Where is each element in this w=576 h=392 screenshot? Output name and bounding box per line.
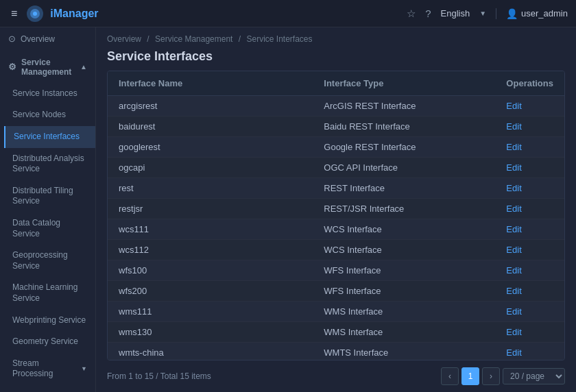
help-icon[interactable]: ? (425, 8, 431, 19)
table-container: Interface Name Interface Type Operations… (107, 71, 565, 360)
stream-processing-chevron-icon: ▼ (81, 365, 87, 373)
cell-interface-type: WCS Interface (313, 219, 495, 240)
table-row: wms111 WMS Interface Edit (108, 302, 564, 322)
breadcrumb-service-management[interactable]: Service Management (155, 34, 232, 44)
edit-link[interactable]: Edit (506, 306, 521, 317)
sidebar-item-service-instances[interactable]: Service Instances (4, 83, 95, 105)
main-layout: ⊙ Overview ⚙ Service Management ▲ Servic… (0, 27, 576, 392)
breadcrumb-current: Service Interfaces (246, 34, 312, 44)
edit-link[interactable]: Edit (506, 142, 521, 152)
sidebar-item-data-catalog[interactable]: Data Catalog Service (4, 212, 95, 245)
cell-interface-name: googlerest (108, 137, 313, 158)
service-management-icon: ⚙ (8, 62, 16, 72)
table-row: wcs111 WCS Interface Edit (108, 219, 564, 240)
edit-link[interactable]: Edit (506, 183, 521, 193)
sidebar-item-service-interfaces-label: Service Interfaces (14, 132, 80, 143)
user-avatar-icon: 👤 (506, 8, 518, 19)
cell-interface-type: WMS Interface (313, 302, 495, 322)
sidebar-item-service-nodes[interactable]: Service Nodes (4, 104, 95, 126)
divider (496, 8, 496, 19)
cell-interface-type: ArcGIS REST Interface (313, 96, 495, 117)
sidebar-item-distributed-analysis[interactable]: Distributed Analysis Service (4, 148, 95, 180)
table-row: wfs200 WFS Interface Edit (108, 281, 564, 302)
overview-icon: ⊙ (8, 34, 16, 45)
sidebar-item-service-nodes-label: Service Nodes (12, 110, 66, 121)
sidebar-item-distributed-analysis-label: Distributed Analysis Service (12, 154, 87, 175)
content-area: Overview / Service Management / Service … (96, 27, 576, 392)
sidebar-item-machine-learning-label: Machine Learning Service (12, 282, 87, 304)
interfaces-table: Interface Name Interface Type Operations… (108, 71, 564, 360)
edit-link[interactable]: Edit (506, 224, 521, 234)
service-management-sub: Service Instances Service Nodes Service … (0, 83, 95, 385)
breadcrumb-sep-1: / (147, 34, 149, 44)
sidebar-item-service-interfaces[interactable]: Service Interfaces (4, 126, 95, 148)
next-page-button[interactable]: › (482, 367, 500, 385)
sidebar-item-stream-processing-label: Stream Processing (12, 358, 76, 380)
edit-link[interactable]: Edit (506, 162, 521, 173)
breadcrumb: Overview / Service Management / Service … (96, 27, 576, 47)
favorite-icon[interactable]: ☆ (407, 8, 416, 20)
cell-interface-type: WFS Interface (313, 260, 495, 281)
sidebar-item-webprinting[interactable]: Webprinting Service (4, 310, 95, 332)
cell-interface-name: wfs200 (108, 281, 313, 302)
table-row: wms130 WMS Interface Edit (108, 322, 564, 343)
page-1-button[interactable]: 1 (461, 367, 479, 385)
language-label[interactable]: English (441, 8, 470, 19)
cell-interface-type: WMTS Interface (313, 343, 495, 361)
pagination-bar: From 1 to 15 / Total 15 items ‹ 1 › 20 /… (96, 360, 576, 392)
page-size-select[interactable]: 20 / page 10 / page 50 / page 100 / page (503, 368, 565, 384)
sidebar-item-stream-processing[interactable]: Stream Processing ▼ (4, 353, 95, 385)
sidebar-item-geometry[interactable]: Geometry Service (4, 331, 95, 353)
sidebar-item-geoprocessing[interactable]: Geoprocessing Service (4, 245, 95, 277)
cell-interface-name: restjsr (108, 199, 313, 219)
cell-operations: Edit (495, 199, 564, 219)
cell-operations: Edit (495, 281, 564, 302)
edit-link[interactable]: Edit (506, 347, 521, 358)
cell-interface-type: WMS Interface (313, 322, 495, 343)
sidebar-item-webprinting-label: Webprinting Service (12, 315, 86, 326)
edit-link[interactable]: Edit (506, 204, 521, 214)
prev-page-button[interactable]: ‹ (441, 367, 459, 385)
edit-link[interactable]: Edit (506, 286, 521, 296)
edit-link[interactable]: Edit (506, 121, 521, 132)
cell-interface-type: REST Interface (313, 178, 495, 199)
sidebar-item-distributed-tiling-label: Distributed Tiling Service (12, 186, 87, 207)
table-row: arcgisrest ArcGIS REST Interface Edit (108, 96, 564, 117)
sidebar-item-distributed-tiling[interactable]: Distributed Tiling Service (4, 180, 95, 212)
cell-interface-name: wcs112 (108, 240, 313, 260)
cell-operations: Edit (495, 343, 564, 361)
table-row: wmts-china WMTS Interface Edit (108, 343, 564, 361)
sidebar-item-geometry-label: Geometry Service (12, 336, 78, 347)
sidebar-item-overview-label: Overview (21, 34, 55, 45)
cell-interface-type: Google REST Interface (313, 137, 495, 158)
service-management-chevron-icon: ▲ (80, 63, 87, 71)
hamburger-button[interactable]: ≡ (8, 5, 20, 23)
breadcrumb-overview[interactable]: Overview (107, 34, 141, 44)
sidebar-item-machine-learning[interactable]: Machine Learning Service (4, 277, 95, 309)
sidebar-item-overview[interactable]: ⊙ Overview (0, 27, 95, 51)
cell-interface-name: wms111 (108, 302, 313, 322)
cell-operations: Edit (495, 322, 564, 343)
cell-operations: Edit (495, 219, 564, 240)
edit-link[interactable]: Edit (506, 245, 521, 255)
sidebar-group-service-management[interactable]: ⚙ Service Management ▲ (0, 51, 95, 83)
pagination-info: From 1 to 15 / Total 15 items (107, 371, 211, 381)
col-interface-name: Interface Name (108, 71, 313, 96)
edit-link[interactable]: Edit (506, 327, 521, 337)
cell-interface-type: WFS Interface (313, 281, 495, 302)
table-row: wcs112 WCS Interface Edit (108, 240, 564, 260)
cell-operations: Edit (495, 302, 564, 322)
cell-interface-name: wfs100 (108, 260, 313, 281)
cell-interface-type: OGC API Interface (313, 158, 495, 178)
page-title: Service Interfaces (96, 47, 576, 71)
cell-interface-name: wms130 (108, 322, 313, 343)
app-logo-text: iManager (50, 8, 98, 20)
table-row: googlerest Google REST Interface Edit (108, 137, 564, 158)
pagination-controls: ‹ 1 › 20 / page 10 / page 50 / page 100 … (441, 367, 565, 385)
cell-interface-name: rest (108, 178, 313, 199)
cell-interface-name: wmts-china (108, 343, 313, 361)
svg-point-2 (33, 12, 37, 16)
sidebar-item-extensions[interactable]: Extensions (0, 385, 95, 392)
edit-link[interactable]: Edit (506, 265, 521, 275)
edit-link[interactable]: Edit (506, 101, 521, 111)
